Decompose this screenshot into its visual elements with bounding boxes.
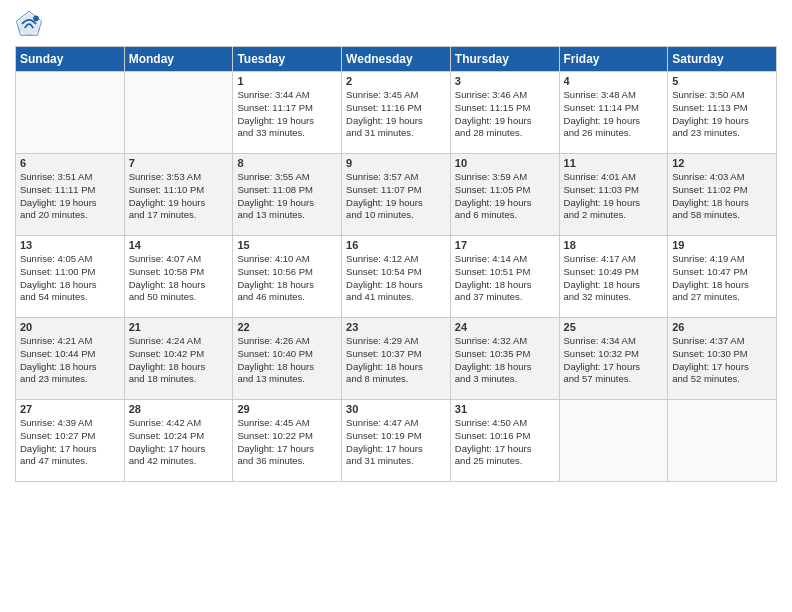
day-number: 9 bbox=[346, 157, 446, 169]
day-info: Sunrise: 4:37 AM Sunset: 10:30 PM Daylig… bbox=[672, 335, 772, 386]
page: SundayMondayTuesdayWednesdayThursdayFrid… bbox=[0, 0, 792, 612]
day-number: 5 bbox=[672, 75, 772, 87]
day-info: Sunrise: 4:03 AM Sunset: 11:02 PM Daylig… bbox=[672, 171, 772, 222]
day-info: Sunrise: 3:44 AM Sunset: 11:17 PM Daylig… bbox=[237, 89, 337, 140]
calendar-cell: 2Sunrise: 3:45 AM Sunset: 11:16 PM Dayli… bbox=[342, 72, 451, 154]
calendar-cell: 16Sunrise: 4:12 AM Sunset: 10:54 PM Dayl… bbox=[342, 236, 451, 318]
day-number: 14 bbox=[129, 239, 229, 251]
day-number: 7 bbox=[129, 157, 229, 169]
col-header-wednesday: Wednesday bbox=[342, 47, 451, 72]
col-header-saturday: Saturday bbox=[668, 47, 777, 72]
day-number: 18 bbox=[564, 239, 664, 251]
col-header-tuesday: Tuesday bbox=[233, 47, 342, 72]
svg-point-2 bbox=[33, 16, 39, 22]
day-number: 29 bbox=[237, 403, 337, 415]
day-info: Sunrise: 3:46 AM Sunset: 11:15 PM Daylig… bbox=[455, 89, 555, 140]
calendar-week-1: 1Sunrise: 3:44 AM Sunset: 11:17 PM Dayli… bbox=[16, 72, 777, 154]
day-number: 16 bbox=[346, 239, 446, 251]
header bbox=[15, 10, 777, 38]
calendar-week-2: 6Sunrise: 3:51 AM Sunset: 11:11 PM Dayli… bbox=[16, 154, 777, 236]
day-info: Sunrise: 3:59 AM Sunset: 11:05 PM Daylig… bbox=[455, 171, 555, 222]
calendar-cell: 25Sunrise: 4:34 AM Sunset: 10:32 PM Dayl… bbox=[559, 318, 668, 400]
day-info: Sunrise: 4:12 AM Sunset: 10:54 PM Daylig… bbox=[346, 253, 446, 304]
calendar-cell: 15Sunrise: 4:10 AM Sunset: 10:56 PM Dayl… bbox=[233, 236, 342, 318]
calendar-cell bbox=[124, 72, 233, 154]
day-info: Sunrise: 4:39 AM Sunset: 10:27 PM Daylig… bbox=[20, 417, 120, 468]
day-info: Sunrise: 4:14 AM Sunset: 10:51 PM Daylig… bbox=[455, 253, 555, 304]
calendar-cell: 18Sunrise: 4:17 AM Sunset: 10:49 PM Dayl… bbox=[559, 236, 668, 318]
calendar-cell: 22Sunrise: 4:26 AM Sunset: 10:40 PM Dayl… bbox=[233, 318, 342, 400]
day-number: 8 bbox=[237, 157, 337, 169]
calendar-cell: 5Sunrise: 3:50 AM Sunset: 11:13 PM Dayli… bbox=[668, 72, 777, 154]
day-number: 30 bbox=[346, 403, 446, 415]
day-info: Sunrise: 4:07 AM Sunset: 10:58 PM Daylig… bbox=[129, 253, 229, 304]
calendar-cell: 29Sunrise: 4:45 AM Sunset: 10:22 PM Dayl… bbox=[233, 400, 342, 482]
col-header-friday: Friday bbox=[559, 47, 668, 72]
day-number: 19 bbox=[672, 239, 772, 251]
calendar-week-4: 20Sunrise: 4:21 AM Sunset: 10:44 PM Dayl… bbox=[16, 318, 777, 400]
calendar-cell: 10Sunrise: 3:59 AM Sunset: 11:05 PM Dayl… bbox=[450, 154, 559, 236]
day-info: Sunrise: 3:57 AM Sunset: 11:07 PM Daylig… bbox=[346, 171, 446, 222]
calendar-cell: 20Sunrise: 4:21 AM Sunset: 10:44 PM Dayl… bbox=[16, 318, 125, 400]
calendar-cell: 21Sunrise: 4:24 AM Sunset: 10:42 PM Dayl… bbox=[124, 318, 233, 400]
calendar-cell: 27Sunrise: 4:39 AM Sunset: 10:27 PM Dayl… bbox=[16, 400, 125, 482]
day-info: Sunrise: 3:48 AM Sunset: 11:14 PM Daylig… bbox=[564, 89, 664, 140]
calendar-cell: 24Sunrise: 4:32 AM Sunset: 10:35 PM Dayl… bbox=[450, 318, 559, 400]
day-number: 12 bbox=[672, 157, 772, 169]
calendar-cell bbox=[559, 400, 668, 482]
day-number: 27 bbox=[20, 403, 120, 415]
day-info: Sunrise: 3:53 AM Sunset: 11:10 PM Daylig… bbox=[129, 171, 229, 222]
day-number: 17 bbox=[455, 239, 555, 251]
calendar-cell: 3Sunrise: 3:46 AM Sunset: 11:15 PM Dayli… bbox=[450, 72, 559, 154]
calendar-header-row: SundayMondayTuesdayWednesdayThursdayFrid… bbox=[16, 47, 777, 72]
col-header-thursday: Thursday bbox=[450, 47, 559, 72]
calendar-table: SundayMondayTuesdayWednesdayThursdayFrid… bbox=[15, 46, 777, 482]
day-number: 13 bbox=[20, 239, 120, 251]
day-info: Sunrise: 4:01 AM Sunset: 11:03 PM Daylig… bbox=[564, 171, 664, 222]
calendar-cell: 28Sunrise: 4:42 AM Sunset: 10:24 PM Dayl… bbox=[124, 400, 233, 482]
calendar-cell: 19Sunrise: 4:19 AM Sunset: 10:47 PM Dayl… bbox=[668, 236, 777, 318]
day-info: Sunrise: 4:50 AM Sunset: 10:16 PM Daylig… bbox=[455, 417, 555, 468]
day-number: 22 bbox=[237, 321, 337, 333]
day-number: 11 bbox=[564, 157, 664, 169]
day-number: 2 bbox=[346, 75, 446, 87]
day-info: Sunrise: 4:45 AM Sunset: 10:22 PM Daylig… bbox=[237, 417, 337, 468]
calendar-cell: 8Sunrise: 3:55 AM Sunset: 11:08 PM Dayli… bbox=[233, 154, 342, 236]
calendar-cell: 9Sunrise: 3:57 AM Sunset: 11:07 PM Dayli… bbox=[342, 154, 451, 236]
calendar-cell: 6Sunrise: 3:51 AM Sunset: 11:11 PM Dayli… bbox=[16, 154, 125, 236]
calendar-cell: 11Sunrise: 4:01 AM Sunset: 11:03 PM Dayl… bbox=[559, 154, 668, 236]
day-info: Sunrise: 4:32 AM Sunset: 10:35 PM Daylig… bbox=[455, 335, 555, 386]
day-info: Sunrise: 4:19 AM Sunset: 10:47 PM Daylig… bbox=[672, 253, 772, 304]
day-number: 24 bbox=[455, 321, 555, 333]
day-info: Sunrise: 4:05 AM Sunset: 11:00 PM Daylig… bbox=[20, 253, 120, 304]
day-number: 4 bbox=[564, 75, 664, 87]
calendar-cell: 26Sunrise: 4:37 AM Sunset: 10:30 PM Dayl… bbox=[668, 318, 777, 400]
logo bbox=[15, 10, 47, 38]
day-number: 3 bbox=[455, 75, 555, 87]
calendar-cell: 23Sunrise: 4:29 AM Sunset: 10:37 PM Dayl… bbox=[342, 318, 451, 400]
calendar-week-3: 13Sunrise: 4:05 AM Sunset: 11:00 PM Dayl… bbox=[16, 236, 777, 318]
day-info: Sunrise: 3:55 AM Sunset: 11:08 PM Daylig… bbox=[237, 171, 337, 222]
day-info: Sunrise: 4:29 AM Sunset: 10:37 PM Daylig… bbox=[346, 335, 446, 386]
day-info: Sunrise: 4:21 AM Sunset: 10:44 PM Daylig… bbox=[20, 335, 120, 386]
day-number: 6 bbox=[20, 157, 120, 169]
day-info: Sunrise: 4:26 AM Sunset: 10:40 PM Daylig… bbox=[237, 335, 337, 386]
col-header-sunday: Sunday bbox=[16, 47, 125, 72]
day-info: Sunrise: 3:45 AM Sunset: 11:16 PM Daylig… bbox=[346, 89, 446, 140]
day-info: Sunrise: 3:50 AM Sunset: 11:13 PM Daylig… bbox=[672, 89, 772, 140]
day-info: Sunrise: 4:17 AM Sunset: 10:49 PM Daylig… bbox=[564, 253, 664, 304]
calendar-cell: 4Sunrise: 3:48 AM Sunset: 11:14 PM Dayli… bbox=[559, 72, 668, 154]
day-number: 23 bbox=[346, 321, 446, 333]
day-number: 28 bbox=[129, 403, 229, 415]
day-info: Sunrise: 4:10 AM Sunset: 10:56 PM Daylig… bbox=[237, 253, 337, 304]
calendar-cell: 31Sunrise: 4:50 AM Sunset: 10:16 PM Dayl… bbox=[450, 400, 559, 482]
day-number: 10 bbox=[455, 157, 555, 169]
calendar-cell bbox=[16, 72, 125, 154]
calendar-cell: 7Sunrise: 3:53 AM Sunset: 11:10 PM Dayli… bbox=[124, 154, 233, 236]
day-number: 1 bbox=[237, 75, 337, 87]
day-info: Sunrise: 4:47 AM Sunset: 10:19 PM Daylig… bbox=[346, 417, 446, 468]
calendar-cell: 1Sunrise: 3:44 AM Sunset: 11:17 PM Dayli… bbox=[233, 72, 342, 154]
calendar-cell: 12Sunrise: 4:03 AM Sunset: 11:02 PM Dayl… bbox=[668, 154, 777, 236]
calendar-cell: 13Sunrise: 4:05 AM Sunset: 11:00 PM Dayl… bbox=[16, 236, 125, 318]
calendar-cell: 14Sunrise: 4:07 AM Sunset: 10:58 PM Dayl… bbox=[124, 236, 233, 318]
